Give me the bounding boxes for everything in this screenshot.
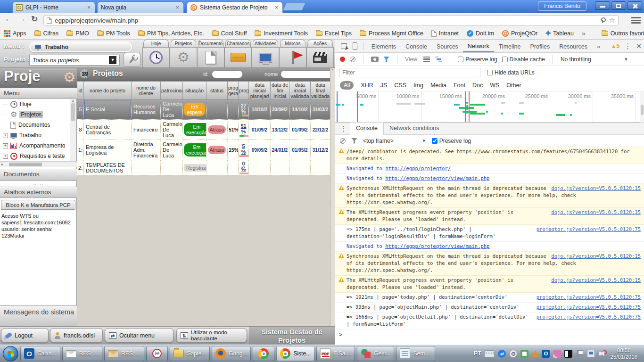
main-vertical-scrollbar[interactable]: ▲ (330, 68, 335, 326)
taskbar-notepad[interactable]: Sem ... (396, 346, 435, 361)
type-filter-media[interactable]: Media (430, 82, 446, 89)
view-waterfall-icon[interactable] (435, 57, 442, 62)
tab-chamados[interactable]: Chamados (224, 40, 252, 68)
taskbar-clock[interactable]: 08:58 25/01/2016 (608, 347, 641, 360)
pink-app-icon[interactable] (553, 350, 561, 358)
view-list-icon[interactable] (423, 57, 430, 62)
devtools-tab-sources[interactable]: Sources (432, 41, 463, 52)
bookmark-star-icon[interactable]: ☆ (609, 16, 615, 25)
window-restore-button[interactable] (611, 1, 626, 10)
type-filter-other[interactable]: Other (506, 82, 521, 89)
bookmark-folder[interactable]: Cifras (34, 30, 59, 37)
filter-icon[interactable] (383, 57, 389, 62)
browser-tab-newtab[interactable]: Nova guia × (97, 1, 184, 13)
browser-tab-projeqtor[interactable]: Q Sistema Gestao de Projeto × (187, 1, 283, 13)
taskbar-snipping-tool[interactable]: ✂ (146, 346, 168, 361)
console-source-link[interactable]: projeqtor.js?version=V5.0.5.0120:75 (537, 226, 641, 233)
drawer-menu-icon[interactable]: ⋮ (340, 124, 347, 133)
type-filter-all[interactable]: All (340, 81, 354, 90)
network-filter-input[interactable] (339, 68, 480, 77)
back-icon[interactable]: ← (5, 14, 13, 24)
teamviewer-icon[interactable]: ⇄ (498, 350, 506, 358)
menu-context-pill[interactable]: Trabalho (29, 41, 132, 52)
bookmark-intranet[interactable]: Intranet (431, 30, 459, 37)
devtools-tab-timeline[interactable]: Timeline (494, 41, 526, 52)
taskbar-chrome[interactable] (253, 346, 274, 361)
bookmark-apps[interactable]: Apps (4, 30, 26, 37)
bookmark-folder[interactable]: PMO (66, 30, 89, 37)
sidebar-horizontal-scrollbar[interactable]: ◄ (0, 161, 77, 167)
bookmark-folder[interactable]: Investment Tools (255, 30, 308, 37)
bookmark-folder[interactable]: PM Tools (97, 30, 130, 37)
tab-documentos[interactable]: Documentos (197, 40, 224, 68)
media-app-icon[interactable] (564, 350, 572, 358)
language-indicator[interactable]: PT (474, 350, 481, 357)
taskbar-mail-1[interactable]: RES: ... (62, 346, 102, 361)
flame-icon[interactable] (532, 350, 538, 357)
record-icon[interactable] (340, 57, 345, 62)
chrome-menu-icon[interactable] (631, 16, 641, 25)
overview-scrollbar[interactable] (640, 91, 644, 123)
type-filter-ws[interactable]: WS (490, 82, 499, 89)
devtools-close-icon[interactable]: ✕ (636, 42, 642, 50)
sidebar-vertical-scrollbar[interactable]: ▲ (70, 99, 76, 161)
preserve-log-checkbox[interactable] (458, 57, 463, 62)
bookmark-folder[interactable]: PM Tips, Articles, Etc. (138, 30, 204, 37)
console-preserve-log-checkbox[interactable] (432, 138, 438, 144)
taskbar-gestao[interactable]: Gest... (357, 346, 394, 361)
volume-muted-icon[interactable] (598, 350, 606, 358)
devtools-tab-resources[interactable]: Resources (554, 41, 592, 52)
table-resize-dots[interactable]: ····· (195, 173, 206, 177)
expand-icon[interactable]: + (3, 133, 8, 138)
navigation-link[interactable]: http://egpp/projeqtor/view/main.php (385, 175, 489, 181)
key-icon[interactable] (600, 17, 605, 23)
device-toolbar-icon[interactable] (349, 41, 361, 52)
console-filter-icon[interactable] (351, 138, 357, 144)
execution-context-select[interactable]: <top frame>▼ (363, 138, 426, 144)
type-filter-doc[interactable]: Doc (472, 82, 483, 89)
sidebar-item-documentos[interactable]: ···· Documentos (0, 120, 77, 130)
forward-icon[interactable]: → (18, 14, 26, 24)
settings-tray-icon[interactable]: ⚙ (509, 350, 517, 358)
screenshot-icon[interactable] (371, 57, 379, 62)
expand-icon[interactable]: + (3, 154, 8, 159)
console-source-link[interactable]: projeqtor.js?version=V5.0.5.0120:75 (537, 294, 641, 301)
bookmarks-overflow-icon[interactable]: » (582, 30, 586, 37)
devtools-tab-network[interactable]: Network (463, 40, 494, 52)
sidebar-item-hoje[interactable]: ···· Hoje (0, 99, 77, 109)
navigation-link[interactable]: http://egpp/projeqtor/view/main.php (385, 243, 489, 249)
console-preserve-log-option[interactable]: Preserve log (432, 138, 471, 144)
clear-icon[interactable] (350, 57, 355, 62)
clear-console-icon[interactable] (340, 138, 346, 144)
tab-atividades[interactable]: Atividades (252, 40, 279, 68)
address-bar[interactable]: egpp/projeqtor/view/main.php ☆ (43, 15, 619, 25)
table-row-selected[interactable]: 5 E-Social Recursos Humanos Carmelo De L… (77, 99, 330, 120)
tab-hoje[interactable]: Hoje (142, 40, 170, 68)
type-filter-js[interactable]: JS (380, 82, 388, 89)
bookmark-projeqtor[interactable]: QProjeQtOr (502, 30, 537, 37)
taskbar-outlook[interactable]: OCaixa... (20, 346, 60, 361)
new-tab-button[interactable] (283, 3, 305, 10)
warnings-badge[interactable]: ▲5 (611, 43, 620, 49)
bookmark-folder[interactable]: Cool Stuff (212, 30, 247, 37)
bookmark-folder[interactable]: Process Mgmt Office (360, 30, 423, 37)
sidebar-item-requisitos[interactable]: + Requisitos e teste (0, 151, 77, 161)
window-minimize-button[interactable] (595, 1, 610, 10)
console-source-link[interactable]: dojo.js?version=V5.0.5.0120:15 (551, 253, 641, 260)
sidebar-item-trabalho[interactable]: + Trabalho (0, 130, 77, 140)
user-button[interactable]: francis.odisi (50, 328, 103, 343)
start-button[interactable] (3, 346, 18, 362)
console-source-link[interactable]: projeqtor.js?version=V5.0.5.0120:75 (537, 304, 641, 311)
table-row[interactable]: 1: Empresa de Logística Diretoria Adm. F… (77, 140, 330, 160)
splitter-dots[interactable]: ····· (0, 182, 77, 187)
tab-marcos[interactable]: Marcos (279, 40, 306, 68)
table-row[interactable]: 8 Central de Cobranças Financeiro Carmel… (77, 120, 330, 140)
devtools-tab-profiles[interactable]: Profiles (525, 41, 554, 52)
browser-tab-glpi[interactable]: G GLPI - Home × (12, 1, 95, 13)
bookmark-folder[interactable]: Excel Tips (316, 30, 352, 37)
bookmark-doitim[interactable]: ✓Doit.im (467, 30, 494, 37)
navigation-link[interactable]: http://egpp/projeqtor/ (385, 165, 451, 171)
preserve-log-option[interactable]: Preserve log (458, 56, 497, 63)
nome-filter-input[interactable] (281, 70, 330, 78)
throttling-select[interactable]: No throttling▼ (561, 56, 628, 63)
